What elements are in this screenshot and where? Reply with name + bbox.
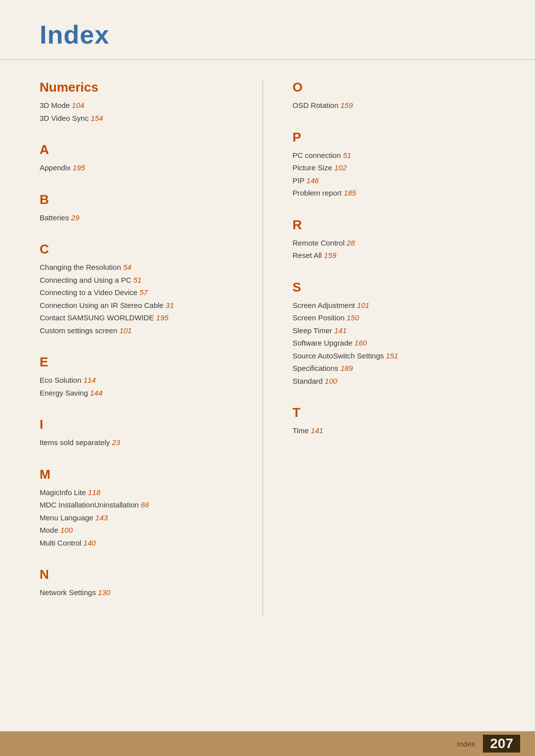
page-number: 160 bbox=[355, 339, 367, 347]
content-area: Numerics3D Mode 1043D Video Sync 154AApp… bbox=[0, 60, 535, 666]
index-entry: Menu Language 143 bbox=[40, 511, 243, 524]
page-number: 57 bbox=[140, 288, 148, 297]
page-container: Index Numerics3D Mode 1043D Video Sync 1… bbox=[0, 0, 535, 756]
index-entry: PIP 146 bbox=[293, 174, 496, 187]
index-entry: MagicInfo Lite 118 bbox=[40, 486, 243, 499]
index-section: SScreen Adjustment 101Screen Position 15… bbox=[293, 280, 496, 388]
index-entry: Reset All 159 bbox=[293, 249, 496, 262]
index-entry: 3D Video Sync 154 bbox=[40, 112, 243, 125]
page-number: 102 bbox=[334, 163, 347, 172]
index-entry: Remote Control 28 bbox=[293, 237, 496, 250]
page-number: 140 bbox=[83, 539, 96, 547]
index-entry: Connecting to a Video Device 57 bbox=[40, 286, 243, 299]
index-entry: Connecting and Using a PC 51 bbox=[40, 274, 243, 287]
footer-bar: Index 207 bbox=[0, 731, 535, 756]
index-section: Numerics3D Mode 1043D Video Sync 154 bbox=[40, 80, 243, 124]
index-section: AAppendix 195 bbox=[40, 142, 243, 174]
left-column: Numerics3D Mode 1043D Video Sync 154AApp… bbox=[40, 80, 263, 617]
section-letter: P bbox=[293, 130, 496, 145]
index-entry: Connection Using an IR Stereo Cable 31 bbox=[40, 299, 243, 312]
header-section: Index bbox=[0, 0, 535, 60]
index-entry: Multi Control 140 bbox=[40, 537, 243, 550]
page-number: 28 bbox=[347, 239, 355, 247]
index-entry: Batteries 29 bbox=[40, 211, 243, 224]
index-entry: 3D Mode 104 bbox=[40, 99, 243, 112]
page-number: 23 bbox=[112, 438, 120, 447]
index-entry: Eco Solution 114 bbox=[40, 374, 243, 387]
index-entry: Changing the Resolution 54 bbox=[40, 261, 243, 274]
page-number: 100 bbox=[325, 377, 337, 385]
page-number: 189 bbox=[340, 364, 353, 372]
index-section: RRemote Control 28Reset All 159 bbox=[293, 217, 496, 262]
page-number: 159 bbox=[340, 101, 353, 109]
page-number: 154 bbox=[91, 114, 103, 122]
section-letter: I bbox=[40, 417, 243, 432]
footer-page-number: 207 bbox=[483, 735, 520, 753]
index-entry: Sleep Timer 141 bbox=[293, 324, 496, 337]
index-entry: Specifications 189 bbox=[293, 362, 496, 375]
index-section: OOSD Rotation 159 bbox=[293, 80, 496, 112]
section-letter: O bbox=[293, 80, 496, 95]
section-letter: S bbox=[293, 280, 496, 295]
page-number: 51 bbox=[343, 151, 351, 159]
section-letter: T bbox=[293, 405, 496, 420]
index-section: NNetwork Settings 130 bbox=[40, 567, 243, 599]
section-letter: R bbox=[293, 217, 496, 233]
index-section: IItems sold separately 23 bbox=[40, 417, 243, 449]
index-section: BBatteries 29 bbox=[40, 192, 243, 224]
index-entry: Picture Size 102 bbox=[293, 161, 496, 174]
page-number: 51 bbox=[133, 276, 142, 284]
index-entry: Standard 100 bbox=[293, 375, 496, 388]
index-entry: Software Upgrade 160 bbox=[293, 337, 496, 350]
footer-index-label: Index bbox=[457, 740, 476, 748]
index-entry: Appendix 195 bbox=[40, 161, 243, 174]
page-number: 66 bbox=[141, 501, 149, 509]
page-number: 143 bbox=[96, 513, 108, 522]
page-number: 101 bbox=[119, 326, 132, 335]
index-section: PPC connection 51Picture Size 102PIP 146… bbox=[293, 130, 496, 200]
section-letter: C bbox=[40, 242, 243, 257]
index-section: CChanging the Resolution 54Connecting an… bbox=[40, 242, 243, 337]
page-number: 159 bbox=[324, 251, 336, 259]
page-number: 114 bbox=[83, 376, 96, 384]
page-number: 54 bbox=[123, 263, 131, 271]
index-entry: Energy Saving 144 bbox=[40, 387, 243, 400]
section-letter: E bbox=[40, 354, 243, 370]
index-entry: OSD Rotation 159 bbox=[293, 99, 496, 112]
page-number: 104 bbox=[72, 101, 84, 109]
index-entry: Network Settings 130 bbox=[40, 586, 243, 599]
section-letter: A bbox=[40, 142, 243, 157]
index-entry: Custom settings screen 101 bbox=[40, 324, 243, 337]
section-letter: B bbox=[40, 192, 243, 207]
page-number: 141 bbox=[311, 426, 323, 435]
index-section: MMagicInfo Lite 118MDC InstallationUnins… bbox=[40, 467, 243, 550]
page-number: 29 bbox=[71, 213, 79, 222]
index-section: TTime 141 bbox=[293, 405, 496, 437]
index-entry: Mode 100 bbox=[40, 524, 243, 537]
page-number: 141 bbox=[334, 326, 347, 335]
index-entry: Contact SAMSUNG WORLDWIDE 195 bbox=[40, 311, 243, 324]
index-entry: PC connection 51 bbox=[293, 149, 496, 162]
page-number: 195 bbox=[73, 163, 85, 172]
index-entry: Screen Position 150 bbox=[293, 311, 496, 324]
page-number: 151 bbox=[386, 352, 398, 360]
section-letter: M bbox=[40, 467, 243, 482]
index-entry: Items sold separately 23 bbox=[40, 436, 243, 449]
index-entry: Source AutoSwitch Settings 151 bbox=[293, 350, 496, 362]
page-number: 185 bbox=[344, 189, 356, 197]
index-entry: Screen Adjustment 101 bbox=[293, 299, 496, 312]
index-entry: Time 141 bbox=[293, 424, 496, 437]
page-number: 130 bbox=[98, 588, 110, 597]
page-title: Index bbox=[40, 20, 495, 50]
page-number: 31 bbox=[165, 301, 174, 309]
index-entry: Problem report 185 bbox=[293, 187, 496, 200]
index-entry: MDC InstallationUninstallation 66 bbox=[40, 499, 243, 511]
page-number: 146 bbox=[307, 176, 319, 185]
page-number: 144 bbox=[90, 389, 103, 397]
index-section: EEco Solution 114Energy Saving 144 bbox=[40, 354, 243, 399]
page-number: 195 bbox=[156, 313, 168, 322]
page-number: 101 bbox=[357, 301, 370, 309]
page-number: 100 bbox=[60, 526, 73, 534]
page-number: 118 bbox=[88, 488, 101, 497]
section-letter: N bbox=[40, 567, 243, 582]
